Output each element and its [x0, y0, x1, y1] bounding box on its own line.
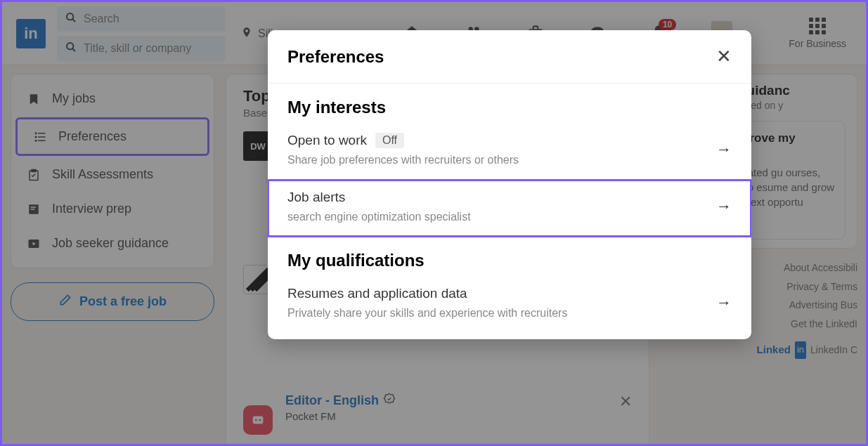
row-subtitle: search engine optimization specialist: [287, 211, 706, 223]
preferences-row-job-alerts[interactable]: Job alerts search engine optimization sp…: [268, 180, 751, 237]
modal-title: Preferences: [287, 47, 384, 67]
row-title-text: Resumes and application data: [287, 286, 467, 301]
preferences-row-open-to-work[interactable]: Open to work Off Share job preferences w…: [268, 123, 751, 180]
row-subtitle: Share job preferences with recruiters or…: [287, 154, 706, 166]
preferences-row-resumes[interactable]: Resumes and application data Privately s…: [268, 276, 751, 339]
row-subtitle: Privately share your skills and experien…: [287, 307, 706, 320]
arrow-right-icon: →: [716, 197, 732, 216]
arrow-right-icon: →: [716, 294, 732, 312]
open-to-work-status-badge: Off: [375, 133, 404, 148]
preferences-modal: Preferences ✕ My interests Open to work …: [268, 30, 751, 339]
modal-section-my-qualifications: My qualifications: [268, 237, 751, 276]
modal-section-my-interests: My interests: [268, 84, 751, 123]
modal-header: Preferences ✕: [268, 30, 751, 84]
row-title-text: Open to work: [287, 133, 367, 148]
arrow-right-icon: →: [716, 140, 732, 159]
row-title-text: Job alerts: [287, 190, 345, 205]
close-modal-button[interactable]: ✕: [716, 46, 732, 67]
